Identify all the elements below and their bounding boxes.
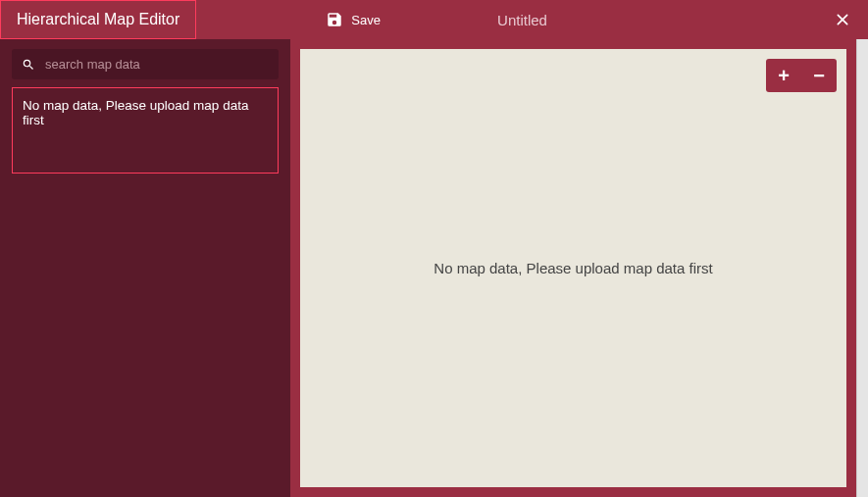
body: No map data, Please upload map data firs… xyxy=(0,39,868,497)
save-label: Save xyxy=(351,13,381,27)
search-icon xyxy=(22,58,35,72)
close-icon xyxy=(835,12,850,27)
close-button[interactable] xyxy=(823,0,862,39)
search-box[interactable] xyxy=(12,49,279,79)
zoom-out-button[interactable]: − xyxy=(801,59,837,92)
save-icon xyxy=(326,11,343,28)
sidebar: No map data, Please upload map data firs… xyxy=(0,39,290,497)
map-canvas[interactable]: No map data, Please upload map data firs… xyxy=(300,49,846,487)
canvas-container: No map data, Please upload map data firs… xyxy=(290,39,856,497)
app-title: Hierarchical Map Editor xyxy=(0,0,196,39)
zoom-in-button[interactable]: + xyxy=(766,59,801,92)
zoom-controls: + − xyxy=(766,59,837,92)
save-button[interactable]: Save xyxy=(326,11,381,28)
app-root: Hierarchical Map Editor Save Untitled No… xyxy=(0,0,868,497)
search-input[interactable] xyxy=(45,57,269,72)
scrollbar-vertical[interactable] xyxy=(856,39,868,497)
canvas-empty-message: No map data, Please upload map data firs… xyxy=(434,260,712,276)
header-bar: Hierarchical Map Editor Save Untitled xyxy=(0,0,868,39)
document-title: Untitled xyxy=(425,12,621,28)
sidebar-empty-message: No map data, Please upload map data firs… xyxy=(12,87,279,174)
